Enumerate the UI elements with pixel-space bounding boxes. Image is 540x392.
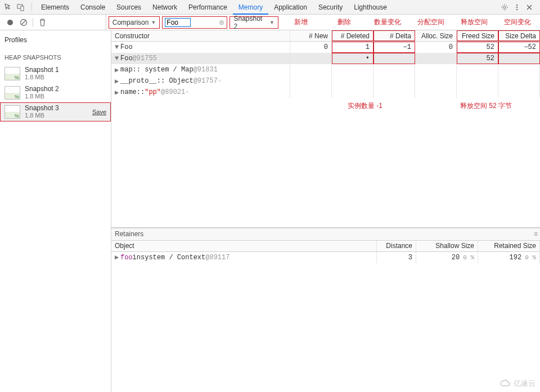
tab-lighthouse[interactable]: Lighthouse xyxy=(348,0,393,15)
baseline-label: Snapshot 2 xyxy=(233,15,267,30)
clear-filter-icon[interactable]: ⊗ xyxy=(219,19,224,26)
snapshot-group-label: HEAP SNAPSHOTS xyxy=(0,47,111,64)
table-row[interactable]: ▶__proto__ :: Object @91757 ▫ xyxy=(111,75,540,87)
annotation: 数量变化 xyxy=(367,17,408,27)
separator xyxy=(33,18,33,27)
record-icon[interactable] xyxy=(3,16,17,29)
snapshot-thumb-icon xyxy=(4,67,20,80)
col-new[interactable]: # New xyxy=(290,30,332,41)
snapshot-thumb-icon xyxy=(4,105,20,119)
snapshot-name: Snapshot 3 xyxy=(25,105,59,112)
svg-rect-1 xyxy=(21,6,24,11)
col-freed[interactable]: Freed Size xyxy=(457,30,498,41)
expand-arrow-icon[interactable]: ▶ xyxy=(115,88,120,97)
snapshot-name: Snapshot 1 xyxy=(25,66,59,74)
view-mode-select[interactable]: Comparison ▼ xyxy=(109,16,160,29)
retainer-retained: 1920 % xyxy=(478,252,540,263)
table-body-area: 实例数量 -1 释放空间 52 字节 xyxy=(111,98,540,227)
col-retained[interactable]: Retained Size xyxy=(478,241,540,251)
constructor-cell: ▶map :: system / Map @91831 xyxy=(111,64,290,75)
retainers-panel: Retainers ≡ Object Distance Shallow Size… xyxy=(111,228,540,392)
collapse-arrow-icon[interactable]: ▼ xyxy=(115,55,120,62)
value-cell xyxy=(290,64,332,75)
baseline-select[interactable]: Snapshot 2 ▼ xyxy=(230,16,278,29)
snapshot-item[interactable]: Snapshot 21.8 MB xyxy=(0,83,111,102)
table-row[interactable]: ▶name :: "pp" @89021 ▫ xyxy=(111,87,540,98)
tab-performance[interactable]: Performance xyxy=(183,0,233,15)
collapse-arrow-icon[interactable]: ▼ xyxy=(115,43,120,51)
class-filter-input[interactable] xyxy=(165,18,191,27)
snapshot-controls: Comparison ▼ ⊗ Snapshot 2 ▼ 新增 删除 数量变化 分… xyxy=(106,15,540,30)
menu-icon[interactable]: ≡ xyxy=(534,230,538,238)
expand-arrow-icon[interactable]: ▶ xyxy=(115,253,120,262)
profile-controls xyxy=(0,15,106,30)
tab-application[interactable]: Application xyxy=(268,0,313,15)
table-row[interactable]: ▼Foo @91755•52 xyxy=(111,53,540,64)
retainers-title: Retainers ≡ xyxy=(111,228,540,241)
col-object[interactable]: Object xyxy=(111,241,377,251)
value-cell xyxy=(332,87,374,98)
value-cell xyxy=(374,75,415,87)
profiles-sidebar: Profiles HEAP SNAPSHOTS Snapshot 11.8 MB… xyxy=(0,30,111,392)
tab-security[interactable]: Security xyxy=(313,0,348,15)
snapshot-size: 1.8 MB xyxy=(25,74,59,81)
annotation: 删除 xyxy=(324,17,365,27)
constructor-cell: ▼Foo xyxy=(111,42,290,53)
col-delta[interactable]: # Delta xyxy=(374,30,415,41)
value-cell: 1 xyxy=(332,42,374,53)
annotation: 新增 xyxy=(281,17,322,27)
col-deleted[interactable]: # Deleted xyxy=(332,30,374,41)
snapshot-item[interactable]: Snapshot 11.8 MB xyxy=(0,64,111,83)
tab-memory[interactable]: Memory xyxy=(233,0,268,15)
constructor-cell: ▶name :: "pp" @89021 ▫ xyxy=(111,87,290,98)
retainer-row[interactable]: ▶ foo in system / Context @89117 3 200 %… xyxy=(111,252,540,263)
delete-icon[interactable] xyxy=(35,16,49,29)
value-cell: • xyxy=(332,53,374,64)
retainer-shallow: 200 % xyxy=(416,252,478,263)
tab-network[interactable]: Network xyxy=(147,0,183,15)
snapshot-size: 1.8 MB xyxy=(25,112,59,119)
kebab-menu-icon[interactable] xyxy=(512,2,522,12)
col-shallow[interactable]: Shallow Size xyxy=(416,241,478,251)
settings-gear-icon[interactable] xyxy=(500,2,510,12)
watermark: 亿速云 xyxy=(500,379,536,389)
table-row[interactable]: ▼Foo01−1052−52 xyxy=(111,42,540,53)
value-cell: −52 xyxy=(498,42,540,53)
value-cell xyxy=(290,87,332,98)
save-link[interactable]: Save xyxy=(92,109,106,115)
sidebar-title: Profiles xyxy=(0,30,111,47)
value-cell xyxy=(498,53,540,64)
tab-console[interactable]: Console xyxy=(75,0,111,15)
retainers-header: Object Distance Shallow Size Retained Si… xyxy=(111,241,540,252)
value-cell xyxy=(457,87,498,98)
device-toggle-icon[interactable] xyxy=(16,2,26,12)
annotation: 空间变化 xyxy=(497,17,538,27)
value-cell xyxy=(415,64,457,75)
snapshot-size: 1.8 MB xyxy=(25,93,59,100)
separator xyxy=(32,3,32,12)
main-panel: Constructor # New # Deleted # Delta Allo… xyxy=(111,30,540,392)
value-cell xyxy=(498,64,540,75)
svg-point-2 xyxy=(503,6,506,8)
col-alloc[interactable]: Alloc. Size xyxy=(415,30,457,41)
value-cell xyxy=(415,87,457,98)
expand-arrow-icon[interactable]: ▶ xyxy=(115,66,120,74)
inspect-icon[interactable] xyxy=(3,2,14,12)
value-cell: −1 xyxy=(374,42,415,53)
table-header: Constructor # New # Deleted # Delta Allo… xyxy=(111,30,540,42)
clear-icon[interactable] xyxy=(17,16,30,29)
col-sizedelta[interactable]: Size Delta xyxy=(498,30,540,41)
table-row[interactable]: ▶map :: system / Map @91831 xyxy=(111,64,540,75)
svg-point-6 xyxy=(7,20,13,25)
col-constructor[interactable]: Constructor xyxy=(111,30,290,41)
expand-arrow-icon[interactable]: ▶ xyxy=(115,77,120,85)
memory-toolbar: Comparison ▼ ⊗ Snapshot 2 ▼ 新增 删除 数量变化 分… xyxy=(0,15,540,30)
tab-elements[interactable]: Elements xyxy=(35,0,75,15)
close-devtools-icon[interactable] xyxy=(524,2,534,12)
tab-sources[interactable]: Sources xyxy=(111,0,147,15)
value-cell xyxy=(498,87,540,98)
class-filter[interactable]: ⊗ xyxy=(162,16,227,29)
value-cell xyxy=(374,87,415,98)
snapshot-item[interactable]: Snapshot 31.8 MBSave xyxy=(0,102,111,121)
col-distance[interactable]: Distance xyxy=(377,241,416,251)
